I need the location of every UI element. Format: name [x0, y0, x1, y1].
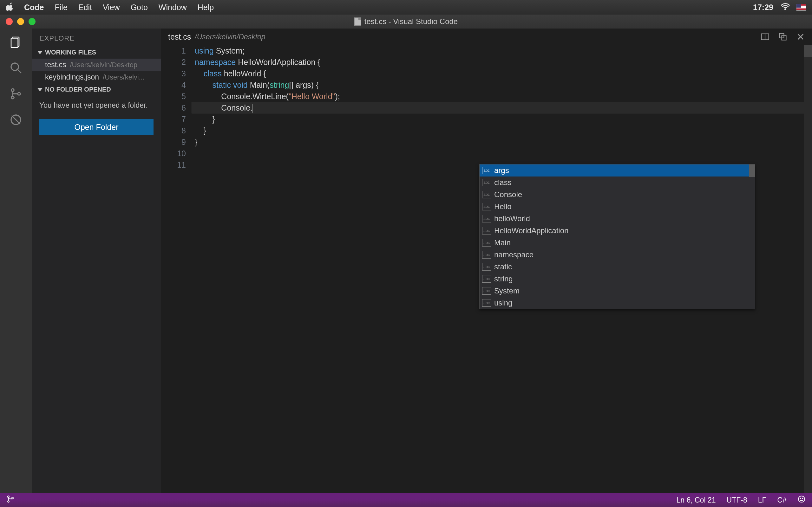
menu-window[interactable]: Window	[159, 3, 187, 12]
working-file-item[interactable]: keybindings.json/Users/kelvi...	[32, 71, 161, 83]
suggest-item[interactable]: abcHello	[479, 201, 755, 213]
suggest-item[interactable]: abcargs	[479, 164, 755, 176]
suggest-scrollbar[interactable]	[749, 164, 755, 177]
svg-line-4	[17, 69, 21, 73]
menu-file[interactable]: File	[55, 3, 67, 12]
window-titlebar: test.cs - Visual Studio Code	[0, 14, 812, 29]
file-path: /Users/kelvin/Desktop	[70, 61, 137, 69]
git-icon[interactable]	[8, 86, 23, 101]
suggest-item[interactable]: abcusing	[479, 297, 755, 309]
suggest-label: string	[494, 273, 513, 285]
suggest-kind-icon: abc	[482, 239, 491, 246]
suggest-item[interactable]: abcMain	[479, 237, 755, 249]
feedback-smiley-icon[interactable]	[798, 495, 806, 505]
apple-icon[interactable]	[6, 3, 15, 12]
line-number: 1	[161, 45, 186, 56]
code-content[interactable]: using System;namespace HelloWorldApplica…	[195, 45, 812, 170]
suggest-kind-icon: abc	[482, 263, 491, 271]
window-minimize-button[interactable]	[17, 18, 24, 25]
code-line[interactable]: }	[195, 125, 812, 136]
activity-bar	[0, 29, 32, 493]
file-name: keybindings.json	[45, 73, 99, 81]
tab-filename[interactable]: test.cs	[168, 32, 191, 42]
line-number: 5	[161, 91, 186, 102]
suggest-label: namespace	[494, 249, 534, 261]
window-close-button[interactable]	[6, 18, 13, 25]
wifi-icon[interactable]	[780, 3, 791, 12]
suggest-label: HelloWorldApplication	[494, 225, 568, 236]
input-source-flag-icon[interactable]	[796, 4, 806, 11]
split-editor-icon[interactable]	[761, 32, 769, 41]
working-files-label: WORKING FILES	[45, 49, 96, 56]
suggest-item[interactable]: abcConsole	[479, 188, 755, 201]
window-title: test.cs - Visual Studio Code	[354, 17, 458, 26]
no-folder-header[interactable]: NO FOLDER OPENED	[32, 83, 161, 96]
suggest-kind-icon: abc	[482, 215, 491, 222]
suggest-item[interactable]: abcstatic	[479, 261, 755, 273]
suggest-kind-icon: abc	[482, 275, 491, 283]
open-folder-button[interactable]: Open Folder	[39, 119, 154, 135]
window-title-text: test.cs - Visual Studio Code	[364, 17, 458, 26]
status-eol[interactable]: LF	[758, 496, 767, 504]
line-number: 9	[161, 136, 186, 148]
menu-goto[interactable]: Goto	[131, 3, 148, 12]
suggest-label: Main	[494, 237, 511, 248]
status-cursor-position[interactable]: Ln 6, Col 21	[676, 496, 716, 504]
code-line[interactable]: Console.WirteLine("Hello World");	[195, 91, 812, 102]
minimap[interactable]	[804, 45, 812, 493]
suggest-item[interactable]: abchelloWorld	[479, 213, 755, 225]
suggest-item[interactable]: abcnamespace	[479, 249, 755, 261]
git-branch-icon[interactable]	[6, 495, 14, 505]
svg-point-6	[11, 96, 14, 99]
suggest-label: Console	[494, 189, 522, 200]
menu-help[interactable]: Help	[198, 3, 214, 12]
status-language[interactable]: C#	[777, 496, 786, 504]
svg-point-18	[12, 497, 13, 499]
suggest-item[interactable]: abcclass	[479, 176, 755, 188]
code-line[interactable]: static void Main(string[] args) {	[195, 79, 812, 91]
traffic-lights	[6, 18, 36, 25]
search-icon[interactable]	[8, 60, 23, 75]
menu-view[interactable]: View	[103, 3, 120, 12]
suggest-kind-icon: abc	[482, 167, 491, 174]
suggest-item[interactable]: abcHelloWorldApplication	[479, 225, 755, 237]
code-line[interactable]: using System;	[195, 45, 812, 56]
svg-point-17	[8, 501, 9, 502]
tab-actions	[761, 32, 805, 41]
line-number: 11	[161, 159, 186, 170]
menubar-clock[interactable]: 17:29	[753, 3, 773, 12]
svg-point-7	[18, 93, 20, 95]
menu-edit[interactable]: Edit	[78, 3, 92, 12]
status-encoding[interactable]: UTF-8	[727, 496, 747, 504]
more-actions-icon[interactable]	[778, 32, 787, 41]
suggest-label: static	[494, 261, 512, 273]
sidebar-explorer: EXPLORE WORKING FILES test.cs/Users/kelv…	[32, 29, 161, 493]
chevron-down-icon	[38, 88, 43, 91]
intellisense-popup[interactable]: abcargsabcclassabcConsoleabcHelloabchell…	[479, 164, 755, 309]
no-folder-label: NO FOLDER OPENED	[45, 86, 111, 93]
suggest-kind-icon: abc	[482, 203, 491, 210]
code-line[interactable]: }	[195, 113, 812, 125]
code-line[interactable]: class helloWorld {	[195, 68, 812, 79]
code-line[interactable]: }	[195, 136, 812, 148]
menu-app[interactable]: Code	[24, 3, 44, 12]
code-line[interactable]	[195, 148, 812, 159]
working-file-item[interactable]: test.cs/Users/kelvin/Desktop	[32, 59, 161, 71]
suggest-label: Hello	[494, 201, 512, 212]
debug-icon[interactable]	[8, 112, 23, 127]
code-line[interactable]: namespace HelloWorldApplication {	[195, 56, 812, 68]
line-number: 3	[161, 68, 186, 79]
suggest-item[interactable]: abcstring	[479, 273, 755, 285]
minimap-thumb[interactable]	[804, 45, 812, 57]
code-line[interactable]: Console.	[192, 102, 812, 113]
working-files-list: test.cs/Users/kelvin/Desktopkeybindings.…	[32, 59, 161, 83]
no-folder-message: You have not yet opened a folder.	[32, 96, 161, 115]
suggest-kind-icon: abc	[482, 191, 491, 199]
close-editor-icon[interactable]	[796, 32, 805, 41]
svg-point-16	[8, 496, 9, 498]
suggest-item[interactable]: abcSystem	[479, 285, 755, 297]
explorer-icon[interactable]	[8, 34, 23, 49]
working-files-header[interactable]: WORKING FILES	[32, 46, 161, 59]
code-editor[interactable]: 1234567891011 using System;namespace Hel…	[161, 45, 812, 493]
window-zoom-button[interactable]	[29, 18, 36, 25]
